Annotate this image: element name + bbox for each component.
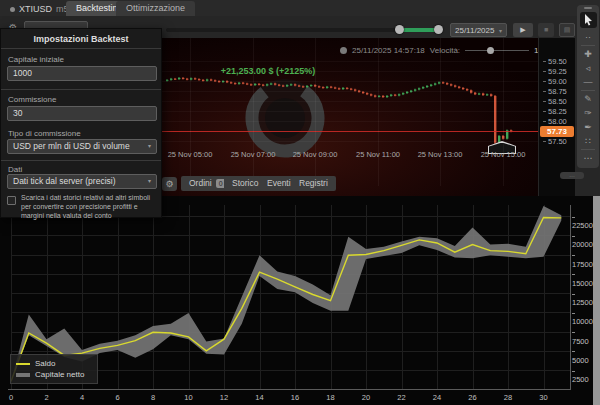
equity-legend: Saldo Capitale netto (10, 354, 98, 384)
legend-row-capitale: Capitale netto (16, 369, 92, 380)
tab-label: Storico (232, 176, 258, 191)
more-tools-icon[interactable]: ⋯ (579, 151, 597, 165)
chevron-down-icon: ▾ (148, 175, 151, 188)
backtesting-window: XTIUSD m5 Backtesting Ottimizzazione ⚙ 2… (0, 0, 600, 405)
legend-row-saldo: Saldo (16, 358, 92, 369)
chart-tools-sidebar: ··✚◃―✎✑✒∷⋯ (577, 5, 599, 168)
brush-tool-icon[interactable]: ✑ (579, 106, 597, 120)
dati-select[interactable]: Dati tick dal server (precisi) ▾ (7, 174, 157, 189)
backtest-progress-fill (400, 28, 438, 32)
chevron-down-icon: ▾ (499, 27, 502, 34)
equity-chart[interactable]: 0246810121416182022242628302500500075001… (0, 196, 593, 405)
collapse-dash-icon[interactable] (584, 7, 592, 9)
divider (581, 149, 595, 150)
equity-y-tick-label: 12500 (572, 289, 593, 307)
report-button[interactable]: ▤ (559, 23, 575, 37)
commissione-value: 30 (13, 107, 22, 120)
capitale-netto-swatch-icon (16, 373, 30, 377)
pattern-grid-tool-icon[interactable]: ∷ (579, 134, 597, 148)
price-tick-label: 59.00 (543, 77, 567, 86)
speed-slider[interactable] (465, 50, 529, 51)
pencil-tool-icon[interactable]: ✎ (579, 92, 597, 106)
backtest-slider-handle-end[interactable] (434, 25, 443, 34)
price-tick-label: 57.50 (543, 137, 567, 146)
tab-label: Ordini (189, 176, 212, 191)
current-price-badge: 57.73 (540, 126, 574, 137)
sidebar-collapse-handle[interactable]: … (560, 172, 584, 179)
capitale-iniziale-value: 1000 (13, 67, 32, 80)
tab-label: Eventi (267, 176, 291, 191)
tab-label: Registri (299, 176, 328, 191)
equity-x-tick-label: 24 (425, 393, 449, 402)
divider (1, 160, 161, 161)
marker-tool-icon[interactable]: ◃ (579, 61, 597, 75)
divider (581, 90, 595, 91)
equity-x-tick-label: 0 (0, 393, 23, 402)
equity-x-tick-label: 22 (390, 393, 414, 402)
equity-y-axis-line (570, 205, 571, 390)
equity-x-tick-label: 16 (283, 393, 307, 402)
equity-y-tick-label: 17500 (572, 251, 593, 269)
panel-title: Impostazioni Backtest (1, 34, 161, 44)
price-tick-label: 59.25 (543, 67, 567, 76)
capitale-iniziale-label: Capitale iniziale (8, 55, 64, 64)
equity-x-tick-label: 30 (532, 393, 556, 402)
price-tick-label: 59.50 (543, 57, 567, 66)
tab-registri[interactable]: Registri (291, 176, 336, 191)
equity-x-tick-label: 8 (141, 393, 165, 402)
backtest-date-value: 25/11/2025 (455, 26, 494, 35)
equity-x-tick-label: 4 (70, 393, 94, 402)
chevron-down-icon: ▾ (148, 140, 151, 153)
backtest-slider-handle-start[interactable] (395, 25, 404, 34)
equity-x-tick-label: 2 (35, 393, 59, 402)
equity-x-tick-label: 26 (461, 393, 485, 402)
equity-x-tick-label: 18 (319, 393, 343, 402)
equity-y-tick-label: 15000 (572, 270, 593, 288)
horizontal-line-tool-icon[interactable]: ― (579, 75, 597, 89)
divider (1, 89, 161, 90)
speed-slider-handle[interactable] (487, 47, 494, 54)
commissione-input[interactable]: 30 (7, 106, 157, 121)
equity-y-tick-label: 20000 (572, 231, 593, 249)
playback-timestamp: 25/11/2025 14:57:18 (352, 46, 425, 55)
commissione-label: Commissione (8, 95, 56, 104)
tipo-commissione-label: Tipo di commissione (8, 129, 81, 138)
dati-label: Dati (8, 165, 22, 174)
crosshair-tool-icon[interactable]: ✚ (579, 47, 597, 61)
saldo-swatch-icon (16, 363, 30, 365)
backtest-settings-panel: Impostazioni Backtest Capitale iniziale … (0, 28, 162, 218)
vertical-scrollbar[interactable] (593, 196, 600, 405)
equity-x-tick-label: 12 (212, 393, 236, 402)
equity-x-tick-label: 28 (496, 393, 520, 402)
symbol-label[interactable]: XTIUSD m5 (6, 2, 73, 16)
symbol-name: XTIUSD (19, 4, 52, 14)
price-tick-label: 58.25 (543, 107, 567, 116)
tipo-commissione-select[interactable]: USD per mln di USD di volume ▾ (7, 139, 157, 154)
divider (581, 45, 595, 46)
top-tab-bar: XTIUSD m5 Backtesting Ottimizzazione (0, 0, 600, 16)
capitale-iniziale-input[interactable]: 1000 (7, 66, 157, 81)
equity-x-axis-line (8, 389, 570, 390)
legend-capitale-label: Capitale netto (35, 370, 84, 379)
equity-y-tick-label: 22500 (572, 212, 593, 230)
cursor-tool[interactable] (580, 12, 597, 28)
symbol-status-dot-icon (10, 7, 15, 12)
tipo-commissione-value: USD per mln di USD di volume (13, 140, 130, 153)
stop-button[interactable]: ■ (538, 23, 554, 37)
equity-x-tick-label: 20 (354, 393, 378, 402)
play-button[interactable]: ▶ (513, 23, 533, 37)
tab-ottimizzazione[interactable]: Ottimizzazione (116, 1, 195, 16)
price-tick-label: 58.00 (543, 117, 567, 126)
cursor-arrow-icon (583, 14, 594, 26)
panel-gear-button[interactable]: ⚙ (162, 177, 177, 191)
backtest-date-select[interactable]: 25/11/2025 ▾ (450, 23, 507, 37)
equity-y-tick-label: 7500 (572, 328, 593, 346)
equity-y-tick-label: 10000 (572, 308, 593, 326)
equity-x-tick-label: 10 (177, 393, 201, 402)
pen-tool-icon[interactable]: ✒ (579, 120, 597, 134)
download-data-checkbox[interactable] (7, 196, 16, 205)
dots-tool-icon[interactable]: ·· (579, 30, 597, 44)
price-tick-label: 58.75 (543, 87, 567, 96)
equity-x-tick-label: 6 (106, 393, 130, 402)
dati-value: Dati tick dal server (precisi) (13, 175, 116, 188)
